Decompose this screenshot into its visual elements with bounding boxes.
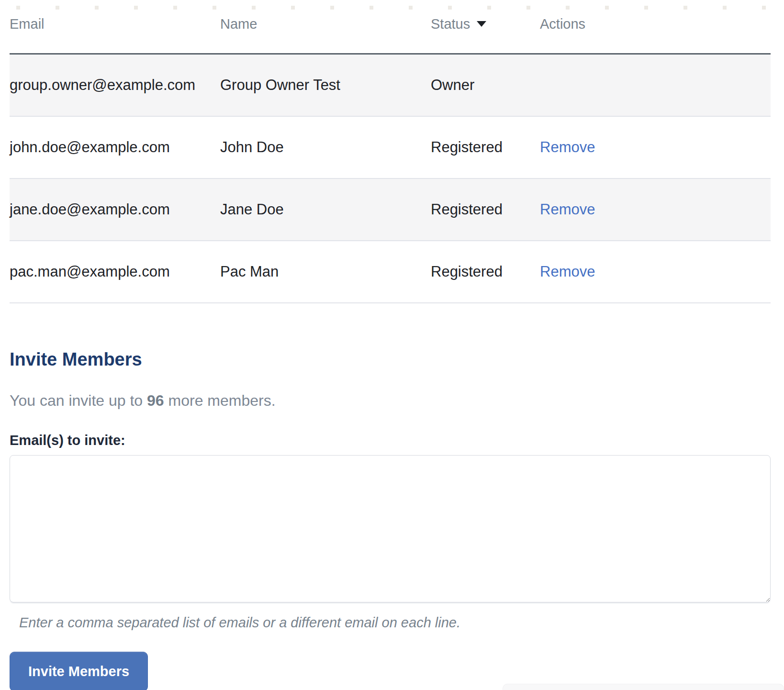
invite-limit-text: You can invite up to 96 more members. [10, 392, 771, 410]
members-table: Email Name Status Actions group.owner@ex… [10, 3, 771, 303]
peek-element [503, 684, 784, 690]
sort-desc-icon [477, 21, 486, 27]
invite-members-button[interactable]: Invite Members [10, 652, 148, 690]
invite-limit-prefix: You can invite up to [10, 392, 147, 409]
actions-cell [540, 54, 771, 117]
member-email: john.doe@example.com [10, 116, 220, 178]
member-email: pac.man@example.com [10, 241, 220, 303]
member-status: Registered [431, 241, 540, 303]
member-name: Pac Man [220, 241, 431, 303]
invite-limit-suffix: more members. [164, 392, 276, 409]
column-header-actions: Actions [540, 3, 771, 54]
member-name: Group Owner Test [220, 54, 431, 117]
table-row: jane.doe@example.com Jane Doe Registered… [10, 178, 771, 241]
table-row: group.owner@example.com Group Owner Test… [10, 54, 771, 117]
member-name: John Doe [220, 116, 431, 178]
remove-member-link[interactable]: Remove [540, 201, 595, 218]
actions-cell: Remove [540, 116, 771, 178]
column-header-status-label: Status [431, 16, 470, 32]
actions-cell: Remove [540, 241, 771, 303]
column-header-name: Name [220, 3, 431, 54]
member-status: Registered [431, 116, 540, 178]
column-header-status[interactable]: Status [431, 3, 540, 54]
table-header-row: Email Name Status Actions [10, 3, 771, 54]
invite-help-text: Enter a comma separated list of emails o… [19, 615, 771, 631]
member-status: Registered [431, 178, 540, 241]
members-page: Email Name Status Actions group.owner@ex… [0, 3, 784, 690]
emails-to-invite-label: Email(s) to invite: [10, 433, 771, 448]
actions-cell: Remove [540, 178, 771, 241]
member-name: Jane Doe [220, 178, 431, 241]
table-row: john.doe@example.com John Doe Registered… [10, 116, 771, 178]
remove-member-link[interactable]: Remove [540, 263, 595, 280]
emails-to-invite-textarea[interactable] [10, 455, 771, 602]
table-row: pac.man@example.com Pac Man Registered R… [10, 241, 771, 303]
invite-limit-count: 96 [147, 392, 164, 409]
member-email: jane.doe@example.com [10, 178, 220, 241]
column-header-email: Email [10, 3, 220, 54]
invite-members-heading: Invite Members [10, 349, 771, 370]
remove-member-link[interactable]: Remove [540, 139, 595, 156]
member-status: Owner [431, 54, 540, 117]
background-dots [16, 6, 784, 10]
member-email: group.owner@example.com [10, 54, 220, 117]
